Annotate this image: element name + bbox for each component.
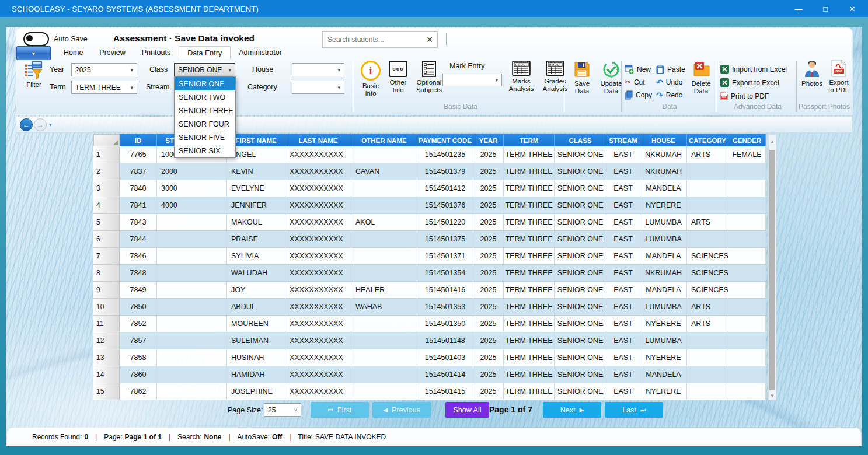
cell[interactable] bbox=[728, 248, 766, 265]
year-select[interactable]: 2025 ▾ bbox=[71, 63, 137, 76]
cell[interactable]: XXXXXXXXXXX bbox=[285, 163, 351, 180]
class-select[interactable]: SENIOR ONE ▾ bbox=[174, 63, 235, 76]
class-option[interactable]: SENIOR THREE bbox=[175, 104, 235, 117]
cell[interactable]: MANDELA bbox=[640, 248, 687, 265]
cell[interactable]: AKOL bbox=[351, 214, 417, 231]
cell[interactable]: 2025 bbox=[473, 231, 504, 248]
cell[interactable] bbox=[728, 282, 766, 299]
cell[interactable]: EAST bbox=[606, 332, 640, 349]
cell[interactable]: 1514501371 bbox=[417, 248, 473, 265]
cell[interactable]: XXXXXXXXXXX bbox=[285, 180, 351, 197]
close-button[interactable]: ✕ bbox=[839, 0, 866, 18]
cell[interactable]: 7846 bbox=[120, 248, 157, 265]
basic-info-button[interactable]: i Basic Info bbox=[357, 61, 384, 97]
cell[interactable] bbox=[687, 231, 728, 248]
cell[interactable]: XXXXXXXXXXX bbox=[285, 282, 351, 299]
cell[interactable]: 2025 bbox=[473, 383, 504, 400]
column-header[interactable]: GENDER bbox=[728, 134, 766, 146]
term-select[interactable]: TERM THREE ▾ bbox=[71, 80, 137, 94]
clear-search-icon[interactable]: ✕ bbox=[422, 35, 437, 44]
cell[interactable] bbox=[157, 231, 227, 248]
cell[interactable]: HAMIDAH bbox=[227, 366, 285, 383]
cell[interactable]: MANDELA bbox=[640, 180, 687, 197]
cell[interactable]: SENIOR ONE bbox=[555, 214, 606, 231]
cell[interactable]: 7849 bbox=[120, 282, 157, 299]
file-menu-button[interactable]: ▾ bbox=[16, 46, 51, 60]
cell[interactable] bbox=[157, 383, 227, 400]
cell[interactable]: NKRUMAH bbox=[640, 265, 687, 282]
cell[interactable]: 1514501353 bbox=[417, 299, 473, 316]
cell[interactable]: XXXXXXXXXXX bbox=[285, 366, 351, 383]
scroll-down-icon[interactable]: ▼ bbox=[769, 393, 776, 398]
filter-button[interactable]: Filter bbox=[20, 61, 48, 89]
cell[interactable]: 1514501235 bbox=[417, 146, 473, 163]
vertical-scrollbar[interactable]: ▲ ▼ bbox=[768, 134, 776, 400]
cell[interactable]: TERM THREE bbox=[504, 366, 555, 383]
cell[interactable] bbox=[687, 349, 728, 366]
cell[interactable]: WAHAB bbox=[351, 299, 417, 316]
cell[interactable]: TERM THREE bbox=[504, 214, 555, 231]
cell[interactable]: SENIOR ONE bbox=[555, 197, 606, 214]
row-header[interactable]: 15 bbox=[93, 383, 120, 400]
delete-data-button[interactable]: Delete Data bbox=[688, 61, 714, 95]
cell[interactable]: NYERERE bbox=[640, 383, 687, 400]
tab-printouts[interactable]: Printouts bbox=[134, 46, 179, 59]
cell[interactable]: 1514501415 bbox=[417, 383, 473, 400]
cell[interactable]: TERM THREE bbox=[504, 248, 555, 265]
cell[interactable]: SENIOR ONE bbox=[555, 265, 606, 282]
cell[interactable] bbox=[351, 265, 417, 282]
cell[interactable]: ARTS bbox=[687, 214, 728, 231]
cell[interactable]: 2025 bbox=[473, 248, 504, 265]
cell[interactable] bbox=[687, 163, 728, 180]
cell[interactable]: SENIOR ONE bbox=[555, 332, 606, 349]
cell[interactable] bbox=[351, 383, 417, 400]
cell[interactable]: EAST bbox=[606, 146, 640, 163]
column-header[interactable]: TERM bbox=[504, 134, 555, 146]
tab-home[interactable]: Home bbox=[55, 46, 91, 59]
cell[interactable]: 4000 bbox=[157, 197, 227, 214]
cell[interactable]: 7848 bbox=[120, 265, 157, 282]
cell[interactable]: EAST bbox=[606, 265, 640, 282]
column-header[interactable]: CATEGORY bbox=[687, 134, 728, 146]
minimize-button[interactable]: — bbox=[785, 0, 812, 18]
cell[interactable] bbox=[728, 163, 766, 180]
other-info-button[interactable]: ooo Other Info bbox=[385, 61, 411, 94]
cell[interactable]: TERM THREE bbox=[504, 316, 555, 332]
cell[interactable]: EAST bbox=[606, 214, 640, 231]
cell[interactable]: XXXXXXXXXXX bbox=[285, 349, 351, 366]
cell[interactable]: 7837 bbox=[120, 163, 157, 180]
mark-entry-select[interactable]: ▾ bbox=[442, 74, 502, 86]
optional-subjects-button[interactable]: Optional Subjects bbox=[412, 61, 446, 94]
cell[interactable]: TERM THREE bbox=[504, 299, 555, 316]
cell[interactable]: XXXXXXXXXXX bbox=[285, 231, 351, 248]
copy-button[interactable]: Copy bbox=[625, 89, 652, 101]
cell[interactable]: 1514501416 bbox=[417, 282, 473, 299]
cell[interactable] bbox=[157, 265, 227, 282]
cell[interactable]: 1514501375 bbox=[417, 231, 473, 248]
class-option[interactable]: SENIOR SIX bbox=[175, 144, 235, 158]
cell[interactable] bbox=[351, 180, 417, 197]
last-page-button[interactable]: Last ⏭ bbox=[605, 402, 663, 418]
cell[interactable]: ARTS bbox=[687, 316, 728, 332]
cell[interactable]: EAST bbox=[606, 180, 640, 197]
page-size-select[interactable]: 25 ˅ bbox=[264, 403, 301, 416]
class-option[interactable]: SENIOR FOUR bbox=[175, 117, 235, 131]
cell[interactable]: SCIENCES bbox=[687, 248, 728, 265]
cell[interactable]: 2000 bbox=[157, 163, 227, 180]
cell[interactable]: 1514501376 bbox=[417, 197, 473, 214]
cell[interactable] bbox=[728, 383, 766, 400]
cell[interactable]: JOSEPHINE bbox=[227, 383, 285, 400]
cell[interactable]: 7862 bbox=[120, 383, 157, 400]
column-header[interactable]: FIRST NAME bbox=[227, 134, 285, 146]
class-option[interactable]: SENIOR FIVE bbox=[175, 131, 235, 144]
row-header[interactable]: 12 bbox=[93, 332, 120, 349]
marks-analysis-button[interactable]: Marks Analysis bbox=[506, 61, 537, 93]
back-icon[interactable]: ← bbox=[20, 118, 33, 131]
cell[interactable]: 3000 bbox=[157, 180, 227, 197]
cell[interactable] bbox=[157, 282, 227, 299]
cell[interactable] bbox=[157, 214, 227, 231]
grades-analysis-button[interactable]: Grades Analysis bbox=[538, 61, 572, 93]
print-to-pdf-button[interactable]: PDF Print to PDF bbox=[720, 90, 769, 102]
row-header[interactable]: 8 bbox=[93, 265, 120, 282]
cell[interactable]: TERM THREE bbox=[504, 163, 555, 180]
